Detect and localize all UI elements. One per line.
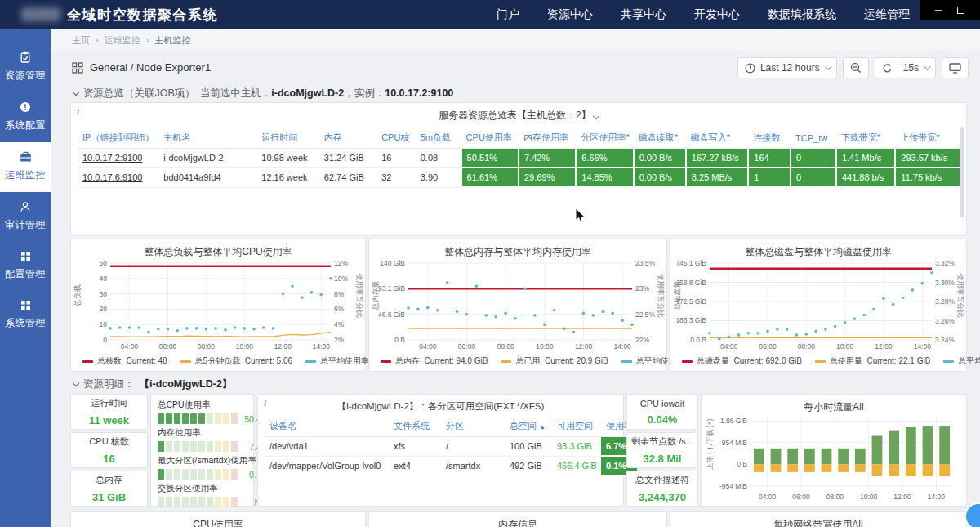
memory-chart[interactable]: 0 B46.6 GiB93.1 GiB140 GiB22%22.5%23%23.… [376,259,662,351]
sidebar-item-系统配置[interactable]: 系统配置 [0,92,51,142]
column-header[interactable]: 下载带宽* [836,127,895,149]
panel-info-icon[interactable]: i [77,106,79,116]
svg-text:14:00: 14:00 [928,493,946,501]
partition-table-title[interactable]: 【i-dcoMjgwLD-2】：各分区可用空间(EXT.*/XFS) [258,395,623,413]
load-cpu-chart[interactable]: 010203040502%4%6%8%10%12%04:0006:0008:00… [78,259,360,351]
column-header[interactable]: 运行时间 [256,127,319,149]
table-cell: 16 [376,149,416,168]
table-cell: 492 GiB [505,456,552,476]
top-menu-item[interactable]: 共享中心 [621,7,666,22]
top-menu-item[interactable]: 门户 [497,7,519,22]
panel-title[interactable]: 每秒网络带宽使用All [670,512,966,527]
section-overview-header[interactable]: 资源总览（关联JOB项） 当前选中主机：i-dcoMjgwLD-2，实例：10.… [74,87,453,100]
restore-icon[interactable] [957,7,964,14]
legend-item[interactable]: 总使用量 Current: 22.1 GiB [815,355,930,367]
table-cell: bdd0414a9fd4 [158,167,256,187]
table-cell: 167.27 kB/s [686,149,749,168]
stat-value: 3,244,370 [639,491,686,503]
chart-legend: 总磁盘量 Current: 692.0 GiB总使用量 Current: 22.… [682,355,958,367]
panel-title[interactable]: CPU使用率 [71,512,365,527]
chart-title[interactable]: 整体总负载与整体平均CPU使用率 [71,239,365,259]
column-header[interactable]: 磁盘读取* [634,127,686,149]
column-header[interactable]: CPU核 [376,127,416,149]
column-header[interactable]: 总空间 ▲ [505,416,552,437]
legend-item[interactable]: 总5分钟负载 Current: 5.06 [180,355,292,367]
legend-item[interactable]: 总已用 Current: 20.9 GiB [501,355,608,367]
floating-action-button[interactable] [964,502,980,527]
column-header[interactable]: TCP_tw [791,127,836,149]
column-header[interactable]: CPU使用率 [461,127,519,149]
column-header[interactable]: 连接数 [748,127,791,149]
chart-title[interactable]: 每小时流量All [702,395,966,414]
top-menu-item[interactable]: 运维管理 [864,7,910,22]
svg-text:10:00: 10:00 [836,342,854,351]
svg-text:14:00: 14:00 [914,342,932,351]
breadcrumb-home[interactable]: 主页 [72,34,90,47]
sidebar-item-审计管理[interactable]: 审计管理 [0,192,51,242]
column-header[interactable]: 分区 [441,416,505,437]
disk-chart[interactable]: 0.0 B186.3 GiB372.5 GiB558.8 GiB745.1 Gi… [677,259,961,351]
server-table-title[interactable]: 服务器资源总览表【主机总数：2】 [71,103,966,123]
table-cell: i-dcoMjgwLD-2 [158,149,256,168]
column-header[interactable]: 设备名 [265,416,389,437]
table-cell: 12.16 week [256,167,319,187]
dashboard-title: General / Node Exporter1 [90,61,211,74]
host-detail-link[interactable]: 10.0.17.2:9100 [82,153,142,163]
minimize-icon[interactable]: ─ [935,5,942,15]
panel-info-icon[interactable]: i [264,398,266,408]
monitor-icon [949,63,961,74]
zoom-out-button[interactable] [843,57,869,78]
column-header[interactable]: 主机名 [158,127,256,149]
column-header[interactable]: IP（链接到明细） [78,127,158,149]
legend-item[interactable]: 总磁盘量 Current: 692.0 GiB [682,355,802,367]
sidebar-item-资源管理[interactable]: 资源管理 [0,42,51,92]
column-header[interactable]: 分区使用率* [576,127,633,149]
chart-title[interactable]: 整体总磁盘与整体平均磁盘使用率 [670,239,966,259]
host-detail-link[interactable]: 10.0.17.6:9100 [82,172,142,182]
chart-title[interactable]: 整体总内存与整体平均内存使用率 [369,239,666,259]
table-scrollbar[interactable] [960,127,964,217]
stat-panel-total-mem: 总内存 31 GiB [70,471,148,507]
sidebar-item-配置管理[interactable]: 配置管理 [0,242,51,291]
zoom-out-icon [850,62,862,74]
svg-text:93.1 GiB: 93.1 GiB [378,284,405,293]
column-header[interactable]: 可用空间 [552,416,601,437]
table-cell: ext4 [389,456,441,476]
svg-text:14:00: 14:00 [614,342,632,351]
section-detail-header[interactable]: 资源明细： 【i-dcoMjgwLD-2】 [74,377,232,391]
table-cell: 10.0.17.6:9100 [78,167,158,187]
table-cell: 0.00 B/s [634,149,686,168]
column-header[interactable]: 磁盘写入* [686,127,749,149]
column-header[interactable]: 5m负载 [416,127,461,149]
gauge-label: 交换分区使用率 [158,483,247,494]
table-cell: 441.88 b/s [836,167,895,187]
chevron-down-icon [593,113,599,119]
svg-text:22.5%: 22.5% [635,310,656,319]
svg-text:40: 40 [100,275,108,283]
top-menu-item[interactable]: 资源中心 [547,7,593,22]
legend-item[interactable]: 总平均使用率 Current: 3.3% [943,355,980,367]
column-header[interactable]: 上传带宽* [895,127,960,149]
legend-item[interactable]: 总核数 Current: 48 [82,355,167,367]
column-header[interactable]: 内存 [319,127,376,149]
refresh-group[interactable]: 15s [875,57,936,78]
time-controls: Last 12 hours 15s [737,57,969,78]
column-header[interactable]: 文件系统 [389,416,441,437]
svg-text:558.8 GiB: 558.8 GiB [677,279,706,287]
svg-text:10: 10 [100,320,108,328]
panel-title[interactable]: 内存信息 [369,512,666,527]
top-menu-item[interactable]: 开发中心 [694,7,740,22]
time-range-picker[interactable]: Last 12 hours [737,57,837,78]
svg-text:23.5%: 23.5% [635,259,656,267]
hourly-traffic-chart[interactable]: 1.86 GiB954 MiB0 B-954 MiB04:0006:0008:0… [713,413,958,501]
legend-item[interactable]: 总内存 Current: 94.0 GiB [381,355,488,367]
sidebar-item-系统管理[interactable]: 系统管理 [0,291,51,340]
stat-value: 11 week [89,414,129,427]
display-button[interactable] [942,57,969,78]
column-header[interactable]: 内存使用率 [519,127,576,149]
sidebar-item-运维监控[interactable]: 运维监控 [0,142,51,192]
top-menu-item[interactable]: 数据填报系统 [768,7,836,22]
breadcrumb-ops[interactable]: 运维监控 [105,34,140,47]
svg-text:12:00: 12:00 [875,342,893,351]
chart-panel-hourly-traffic: 每小时流量All 1.86 GiB954 MiB0 B-954 MiB04:00… [701,394,967,507]
